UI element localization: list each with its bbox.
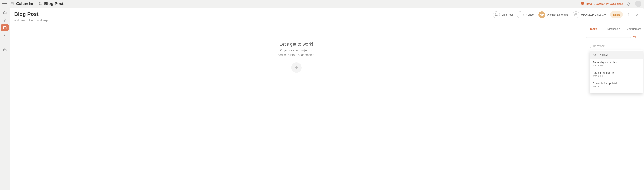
kebab-icon <box>627 13 631 16</box>
svg-point-8 <box>628 13 629 14</box>
svg-point-6 <box>495 15 496 16</box>
breadcrumb: Calendar › Blog Post <box>10 1 64 6</box>
schedule-datetime: 06/06/2024 10:08 AM <box>581 13 606 16</box>
breadcrumb-leaf: Blog Post <box>44 1 64 6</box>
close-button[interactable] <box>635 13 639 17</box>
svg-point-2 <box>5 34 6 35</box>
new-task-input[interactable] <box>593 44 641 47</box>
add-tags-link[interactable]: Add Tags <box>37 19 48 22</box>
content-type-chip[interactable]: Blog Post <box>493 11 513 18</box>
tab-contributors[interactable]: Contributors <box>624 25 644 33</box>
bar-chart-icon <box>3 41 7 44</box>
svg-rect-4 <box>11 2 14 5</box>
add-attachment-button[interactable]: + <box>291 62 302 73</box>
nav-people[interactable] <box>1 32 8 38</box>
content-type-label: Blog Post <box>502 13 513 16</box>
svg-rect-0 <box>4 26 6 29</box>
add-label-text: + Label <box>526 13 534 16</box>
home-icon <box>3 11 7 14</box>
nav-assets[interactable] <box>1 47 8 53</box>
help-chat-link[interactable]: Have Questions? Let's chat! <box>581 2 624 5</box>
svg-point-9 <box>628 14 629 15</box>
task-checkbox[interactable] <box>587 44 591 48</box>
schedule-option-no-due-date[interactable]: No Due Date <box>590 51 643 59</box>
more-menu-button[interactable] <box>627 13 631 17</box>
project-card: Blog Post Add Description Add Tags Blog … <box>10 8 644 190</box>
schedule-option-peek[interactable]: Week before publish <box>590 90 643 93</box>
owner-avatar: WD <box>538 11 545 18</box>
task-progress-pct: 0% <box>632 36 636 39</box>
tasks-more-menu[interactable]: ⋮ <box>638 36 641 39</box>
schedule-dropdown: No Due Date Same day as publish Thu Jun … <box>590 50 643 93</box>
lightbulb-icon <box>3 18 7 22</box>
chevron-right-icon: › <box>36 2 37 6</box>
hamburger-menu-button[interactable] <box>2 1 8 5</box>
nav-analytics[interactable] <box>1 39 8 46</box>
empty-sub-2: adding custom attachments. <box>278 53 315 56</box>
add-label-chip[interactable]: + Label <box>517 11 534 18</box>
help-chat-label: Have Questions? Let's chat! <box>586 2 624 5</box>
rss-icon <box>495 13 498 16</box>
rss-icon <box>39 2 42 5</box>
tab-discussion[interactable]: Discussion <box>604 25 624 33</box>
owner-name: Whitney Deterding <box>547 13 568 16</box>
people-icon <box>3 33 7 37</box>
schedule-option-day-before[interactable]: Day before publish Wed Jun 5 <box>590 69 643 80</box>
left-sidebar <box>0 0 10 190</box>
empty-headline: Let's get to work! <box>280 42 314 47</box>
nav-ideas[interactable] <box>1 17 8 23</box>
svg-rect-7 <box>575 14 577 16</box>
status-pill[interactable]: Draft <box>610 11 623 18</box>
user-avatar[interactable] <box>635 0 642 7</box>
breadcrumb-root[interactable]: Calendar <box>16 1 34 6</box>
empty-sub-1: Organize your project by <box>280 49 313 52</box>
tab-tasks[interactable]: Tasks <box>583 25 604 33</box>
svg-point-5 <box>39 4 40 5</box>
nav-calendar[interactable] <box>1 24 8 31</box>
bell-icon[interactable] <box>627 2 630 5</box>
close-icon <box>635 13 639 16</box>
owner-chip[interactable]: WD Whitney Deterding <box>538 11 568 18</box>
svg-point-1 <box>4 34 5 35</box>
add-description-link[interactable]: Add Description <box>14 19 33 22</box>
briefcase-icon <box>3 48 7 52</box>
svg-point-10 <box>628 15 629 16</box>
topbar: Calendar › Blog Post Have Questions? Let… <box>10 0 644 7</box>
schedule-option-3-days-before[interactable]: 3 days before publish Mon Jun 3 <box>590 80 643 90</box>
nav-home[interactable] <box>1 9 8 16</box>
chat-icon <box>581 2 584 5</box>
calendar-icon <box>3 26 7 29</box>
schedule-option-same-day[interactable]: Same day as publish Thu Jun 6 <box>590 59 643 69</box>
empty-state: Let's get to work! Organize your project… <box>10 25 583 190</box>
schedule-chip[interactable]: 06/06/2024 10:08 AM <box>572 11 606 18</box>
calendar-icon <box>574 13 578 16</box>
side-panel: Tasks Discussion Contributors 0% ⋮ <box>583 25 644 190</box>
svg-rect-3 <box>4 49 6 51</box>
task-progress-bar <box>586 37 631 38</box>
page-title[interactable]: Blog Post <box>14 11 48 17</box>
calendar-icon <box>10 2 14 5</box>
